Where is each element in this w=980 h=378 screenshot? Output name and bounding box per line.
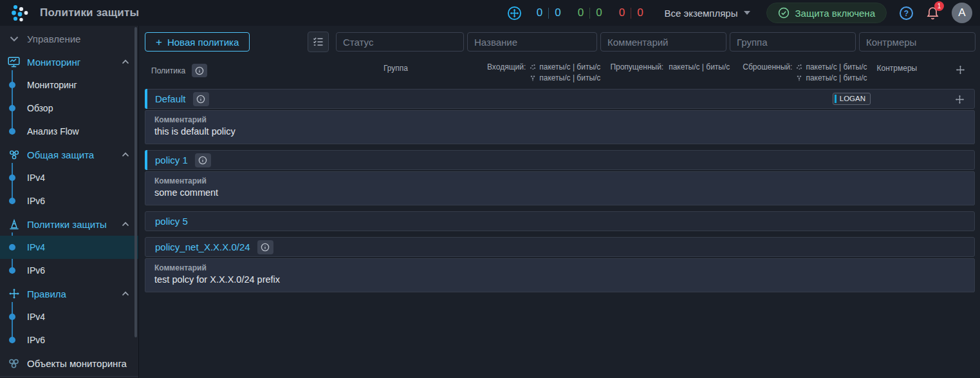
column-group-label: Группа (384, 64, 408, 73)
counter-value: 0 (619, 6, 625, 19)
sidebar-item-label: Политики защиты (27, 219, 107, 230)
mitigation-wheel-icon[interactable] (507, 6, 522, 21)
comment-label: Комментарий (154, 115, 965, 124)
policy-row-policy-1: policy 1 Комментарий some comment (145, 150, 975, 205)
sidebar-group-obshaya-zashita: Общая защита IPv4 IPv6 (0, 143, 138, 213)
network-shield-icon (8, 149, 20, 160)
sidebar-scrollbar[interactable] (134, 27, 137, 337)
sidebar-item-obekty-monitoringa[interactable]: Объекты мониторинга (0, 352, 138, 375)
notifications-bell-icon[interactable]: 1 (926, 6, 939, 21)
comment-label: Комментарий (154, 176, 965, 185)
countermeasure-badge[interactable]: LOGAN (833, 93, 871, 105)
table-header: Политика Группа Входящий: (145, 52, 975, 89)
sidebar-item-monitoring-sub[interactable]: Мониторинг (0, 73, 138, 97)
status-counters: 0 0 0 0 0 0 (537, 6, 643, 19)
drag-handle-icon[interactable] (955, 95, 965, 104)
sidebar-item-label: IPv6 (27, 196, 45, 206)
filter-comment-input[interactable] (600, 32, 726, 52)
policy-name-link[interactable]: policy_net_X.X.X.0/24 (155, 241, 250, 252)
app-logo-icon[interactable] (10, 3, 30, 23)
column-policy-label: Политика (151, 66, 185, 75)
chevron-up-icon (122, 222, 129, 227)
protection-status-badge[interactable]: Защита включена (766, 3, 887, 23)
counter-blue: 0 0 (537, 6, 561, 19)
filter-group-input[interactable] (730, 32, 856, 52)
instance-selector-label: Все экземпляры (665, 8, 738, 19)
policy-row-default: Default LOGAN (145, 89, 975, 144)
sidebar-item-analiz-flow[interactable]: Анализ Flow (0, 120, 138, 143)
sidebar-item-pravila-ipv4[interactable]: IPv4 (0, 305, 138, 328)
policy-title-row[interactable]: policy 1 (145, 150, 975, 170)
column-incoming-label: Входящий: (487, 62, 526, 82)
column-policy: Политика (151, 64, 364, 77)
sidebar-item-label: Общая защита (27, 149, 94, 160)
sidebar-item-label: IPv6 (27, 265, 45, 276)
policy-title-row[interactable]: policy_net_X.X.X.0/24 (145, 237, 975, 257)
comment-label: Комментарий (154, 263, 965, 272)
comment-text: this is default policy (154, 126, 965, 137)
sidebar-item-label: IPv4 (27, 242, 45, 252)
column-countermeasures-label: Контрмеры (877, 64, 918, 73)
checklist-icon (313, 37, 324, 47)
column-settings-button[interactable] (308, 32, 329, 52)
cross-arrows-icon (8, 288, 20, 299)
drag-handle-icon[interactable] (956, 65, 965, 75)
sidebar-item-politiki-ipv4[interactable]: IPv4 (0, 236, 138, 259)
filter-status-input[interactable] (336, 32, 464, 52)
policy-comment-block: Комментарий test polcy for X.X.X.0/24 pr… (145, 258, 975, 292)
policy-name-link[interactable]: Default (155, 93, 186, 104)
filter-countermeasures-input[interactable] (859, 32, 975, 52)
app-root: Политики защиты 0 0 (0, 0, 980, 378)
info-icon[interactable] (257, 240, 273, 254)
units-label: пакеты/с | биты/с (539, 73, 600, 82)
avatar[interactable]: A (952, 3, 972, 23)
sidebar-item-obshaya-ipv4[interactable]: IPv4 (0, 166, 138, 189)
info-icon[interactable] (192, 64, 207, 77)
sidebar-item-politiki-ipv6[interactable]: IPv6 (0, 259, 138, 282)
units-label: пакеты/с | биты/с (539, 62, 600, 71)
sidebar-item-pravila-ipv6[interactable]: IPv6 (0, 328, 138, 352)
new-policy-button[interactable]: + Новая политика (145, 32, 250, 52)
sidebar-item-pravila[interactable]: Правила (0, 282, 138, 305)
instance-selector[interactable]: Все экземпляры (665, 8, 750, 19)
sidebar-item-label: Мониторинг (27, 80, 77, 90)
toolbar: + Новая политика (145, 32, 975, 52)
sidebar-divider (0, 376, 138, 377)
sidebar-item-obzor[interactable]: Обзор (0, 97, 138, 120)
column-group: Группа (364, 64, 428, 73)
sidebar-item-label: Объекты мониторинга (27, 358, 127, 369)
cluster-icon (8, 358, 20, 369)
policy-title-row[interactable]: Default LOGAN (145, 89, 975, 109)
counter-value: 0 (578, 6, 584, 19)
info-icon[interactable] (193, 92, 209, 106)
filter-name-input[interactable] (467, 32, 597, 52)
policy-name-link[interactable]: policy 5 (155, 216, 188, 227)
traffic-cone-icon (8, 219, 20, 230)
policy-name-link[interactable]: policy 1 (155, 155, 188, 165)
sidebar-item-upravlenie[interactable]: Управление (0, 27, 138, 50)
policy-comment-block: Комментарий some comment (145, 171, 975, 205)
svg-text:?: ? (904, 9, 909, 18)
sidebar-item-label: IPv4 (27, 312, 45, 322)
units-label: пакеты/с | биты/с (669, 62, 730, 71)
info-icon[interactable] (195, 153, 211, 167)
counter-divider (589, 8, 590, 19)
chevron-down-icon (744, 11, 750, 15)
sidebar-group-politiki: Политики защиты IPv4 IPv6 (0, 213, 138, 282)
sidebar-item-label: IPv4 (27, 173, 45, 183)
sidebar-item-label: Правила (27, 288, 66, 299)
sidebar-item-label: Управление (27, 33, 80, 44)
sidebar-item-politiki-zashity[interactable]: Политики защиты (0, 213, 138, 236)
scrubbing-icon (530, 64, 536, 70)
sidebar-item-label: Мониторинг (27, 57, 80, 68)
help-icon[interactable]: ? (899, 6, 914, 21)
sidebar-item-monitoring[interactable]: Мониторинг (0, 50, 138, 73)
sidebar-item-obshaya-ipv6[interactable]: IPv6 (0, 189, 138, 213)
column-passed-label: Пропущенный: (610, 62, 663, 71)
chevron-up-icon (122, 291, 129, 296)
sidebar-item-label: IPv6 (27, 335, 45, 345)
counter-divider (548, 8, 549, 19)
policy-title-row[interactable]: policy 5 (145, 211, 975, 231)
sidebar-item-obshaya-zashita[interactable]: Общая защита (0, 143, 138, 166)
counter-red: 0 0 (619, 6, 643, 19)
